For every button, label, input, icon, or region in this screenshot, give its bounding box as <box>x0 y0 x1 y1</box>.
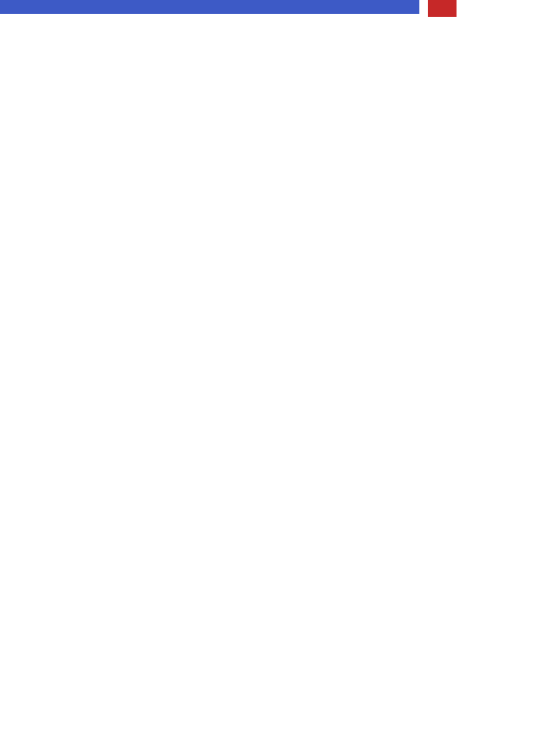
header-bar-blue <box>0 0 419 14</box>
header-bar-red <box>428 0 457 17</box>
